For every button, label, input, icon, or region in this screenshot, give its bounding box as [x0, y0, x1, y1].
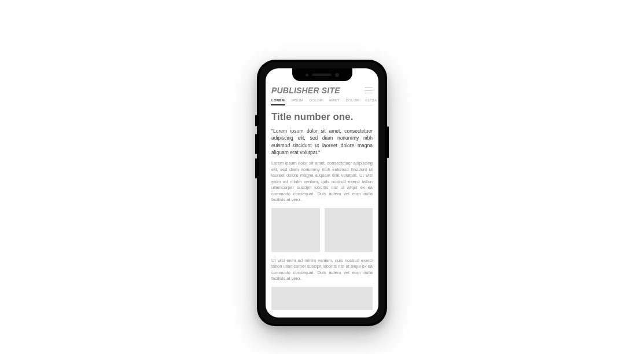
- camera-icon: [335, 73, 339, 77]
- tab-elitia-5[interactable]: ELITIA: [365, 98, 377, 104]
- page-content: PUBLISHER SITE LOREMIPSUMDOLORAMETDOLORE…: [266, 85, 378, 317]
- image-placeholder: [325, 208, 373, 252]
- stage: PUBLISHER SITE LOREMIPSUMDOLORAMETDOLORE…: [0, 0, 644, 354]
- tab-dolor-4[interactable]: DOLOR: [345, 98, 359, 104]
- tab-lorem-0[interactable]: LOREM: [271, 98, 285, 104]
- hamburger-line-icon: [365, 87, 373, 88]
- article-body-2: Ut wisi enim ad minim veniam, quis nostr…: [271, 258, 373, 282]
- site-title: PUBLISHER SITE: [271, 86, 340, 95]
- phone-screen: PUBLISHER SITE LOREMIPSUMDOLORAMETDOLORE…: [266, 68, 378, 317]
- hamburger-line-icon: [365, 90, 373, 91]
- article-body-1: Lorem ipsum dolor sit amet, consectetuer…: [271, 160, 373, 203]
- phone-bezel: PUBLISHER SITE LOREMIPSUMDOLORAMETDOLORE…: [259, 62, 385, 324]
- image-placeholder: [271, 208, 320, 252]
- volume-up-button: [255, 134, 257, 154]
- notch: [292, 68, 352, 81]
- volume-down-button: [255, 158, 257, 178]
- speaker-icon: [312, 74, 332, 76]
- category-tabs: LOREMIPSUMDOLORAMETDOLORELITIAIPSUM: [271, 98, 373, 105]
- article-title: Title number one.: [271, 111, 373, 123]
- hamburger-line-icon: [365, 93, 373, 93]
- article-lead: "Lorem ipsum dolor sit amet, consectetue…: [271, 127, 373, 156]
- mute-switch: [255, 115, 257, 126]
- sensor-dot-icon: [306, 74, 308, 76]
- tab-ipsum-1[interactable]: IPSUM: [291, 98, 303, 104]
- tab-amet-3[interactable]: AMET: [329, 98, 340, 104]
- phone-frame: PUBLISHER SITE LOREMIPSUMDOLORAMETDOLORE…: [257, 60, 387, 326]
- image-row: [271, 208, 373, 252]
- image-placeholder-wide: [271, 287, 373, 310]
- power-button: [387, 126, 389, 158]
- site-header: PUBLISHER SITE: [271, 85, 373, 98]
- tab-dolor-2[interactable]: DOLOR: [310, 98, 323, 104]
- menu-button[interactable]: [365, 87, 373, 93]
